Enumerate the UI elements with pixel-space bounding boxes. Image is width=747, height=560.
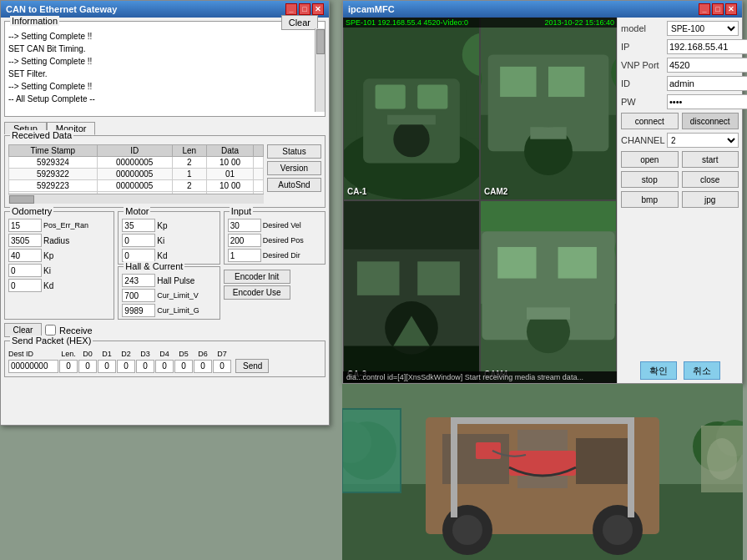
len-input[interactable] [59, 360, 78, 373]
table-row[interactable]: 5929324 00000005 2 10 00 [9, 157, 264, 169]
d6-input[interactable] [194, 360, 212, 373]
ip-input[interactable] [667, 39, 747, 54]
cam-header: SPE-101 192.168.55.4 4520-Video:0 2013-1… [343, 18, 617, 28]
can-title: CAN to Ethernet Gateway [6, 4, 117, 14]
desired-pos-input[interactable] [228, 234, 261, 247]
stop-button[interactable]: stop [621, 171, 679, 188]
version-button[interactable]: Version [267, 161, 321, 175]
odo-ki-input[interactable] [8, 264, 42, 277]
d7-header: D7 [213, 350, 231, 358]
vnp-input[interactable] [667, 58, 747, 73]
d2-input[interactable] [117, 360, 135, 373]
row3-data: 10 00 [207, 180, 254, 192]
svg-point-60 [707, 438, 737, 480]
jpg-button[interactable]: jpg [682, 191, 739, 208]
row1-data: 10 00 [207, 157, 254, 169]
svg-rect-48 [451, 417, 457, 517]
cur-limit-v-input[interactable] [122, 289, 155, 302]
open-button[interactable]: open [621, 151, 679, 168]
can-minimize-btn[interactable]: _ [285, 3, 297, 15]
svg-rect-52 [476, 442, 501, 459]
stop-close-pair: stop close [621, 171, 739, 188]
svg-rect-50 [451, 417, 634, 424]
svg-rect-16 [548, 67, 584, 97]
id-label: ID [621, 78, 667, 88]
d2-header: D2 [117, 350, 135, 358]
info-label: Information [10, 16, 59, 26]
camera-grid: CA-1 CAM2 [343, 18, 617, 383]
received-buttons: Status Version AutoSnd [267, 144, 321, 204]
row1-len: 2 [172, 157, 206, 169]
connect-button[interactable]: connect [621, 113, 679, 129]
ipcam-minimize-btn[interactable]: _ [699, 3, 710, 15]
d7-input[interactable] [213, 360, 231, 373]
info-scrollbar[interactable] [315, 28, 325, 112]
d4-input[interactable] [155, 360, 174, 373]
motor-ki-input[interactable] [122, 234, 155, 247]
table-row[interactable]: 5929322 00000005 1 01 [9, 169, 264, 180]
svg-rect-3 [376, 85, 406, 109]
table-row[interactable]: 5929223 00000005 2 10 00 [9, 180, 264, 192]
desired-vel-input[interactable] [228, 219, 261, 232]
start-button[interactable]: start [682, 151, 739, 168]
motor-kp-input[interactable] [122, 219, 155, 232]
ipcam-titlebar: ipcamMFC _ □ ✕ [343, 1, 742, 18]
info-line-4: SET Filter. [8, 68, 321, 80]
pw-input[interactable] [667, 94, 747, 109]
odo-radius-input[interactable] [8, 234, 42, 247]
svg-rect-43 [576, 438, 634, 484]
autosnd-button[interactable]: AutoSnd [267, 178, 321, 192]
hall-pulse-input[interactable] [122, 274, 155, 287]
row2-id: 00000005 [97, 169, 172, 180]
row1-ts: 5929324 [9, 157, 98, 169]
d5-input[interactable] [174, 360, 193, 373]
status-button[interactable]: Status [267, 144, 321, 159]
cam-cell-4: CAM4 [480, 200, 617, 383]
ipcam-maximize-btn[interactable]: □ [712, 3, 724, 15]
svg-rect-7 [344, 91, 357, 139]
can-maximize-btn[interactable]: □ [299, 3, 310, 15]
dest-id-input[interactable] [8, 360, 58, 373]
cam-header-text: SPE-101 192.168.55.4 4520-Video:0 [346, 18, 468, 27]
odo-kp-label: Kp [43, 251, 53, 260]
odometry-label: Odometry [10, 206, 53, 216]
encoder-init-button[interactable]: Encoder Init [224, 270, 290, 284]
cancel-button[interactable]: 취소 [684, 361, 720, 380]
odo-pos-err-label: Pos_Err_Ran [43, 221, 88, 230]
cur-limit-g-input[interactable] [122, 304, 155, 317]
vnp-row: VNP Port [621, 58, 739, 73]
ip-row: IP [621, 39, 739, 54]
receive-label: Receive [59, 325, 93, 335]
d4-header: D4 [155, 350, 174, 358]
confirm-button[interactable]: 확인 [640, 361, 677, 380]
info-line-1: --> Setting Complete !! [8, 30, 321, 43]
svg-rect-8 [466, 91, 479, 139]
model-select[interactable]: SPE-100 [667, 21, 739, 36]
info-scrollbar-thumb[interactable] [316, 29, 325, 54]
motor-kd-input[interactable] [122, 249, 155, 262]
pw-label: PW [621, 97, 667, 107]
d0-input[interactable] [78, 360, 97, 373]
receive-checkbox[interactable] [45, 325, 56, 335]
odo-kp-input[interactable] [8, 249, 42, 262]
id-input[interactable] [667, 76, 747, 91]
disconnect-button[interactable]: disconnect [682, 113, 739, 129]
desired-dir-input[interactable] [228, 249, 261, 262]
ipcam-close-btn[interactable]: ✕ [725, 3, 737, 15]
d3-input[interactable] [136, 360, 154, 373]
close-button[interactable]: close [682, 171, 739, 188]
bmp-button[interactable]: bmp [621, 191, 679, 208]
col-id: ID [97, 145, 172, 157]
odo-kd-input[interactable] [8, 279, 42, 292]
model-row: model SPE-100 [621, 21, 739, 36]
channel-select[interactable]: 2 [667, 133, 739, 148]
vnp-label: VNP Port [621, 60, 667, 70]
dest-id-header: Dest ID [8, 350, 58, 358]
id-row: ID [621, 76, 739, 91]
encoder-use-button[interactable]: Encoder Use [224, 285, 290, 300]
can-close-btn[interactable]: ✕ [312, 3, 324, 15]
odo-pos-err-input[interactable] [8, 219, 42, 232]
send-button[interactable]: Send [235, 359, 269, 373]
d1-input[interactable] [98, 360, 116, 373]
cam-cell-2: CAM2 [480, 18, 617, 200]
